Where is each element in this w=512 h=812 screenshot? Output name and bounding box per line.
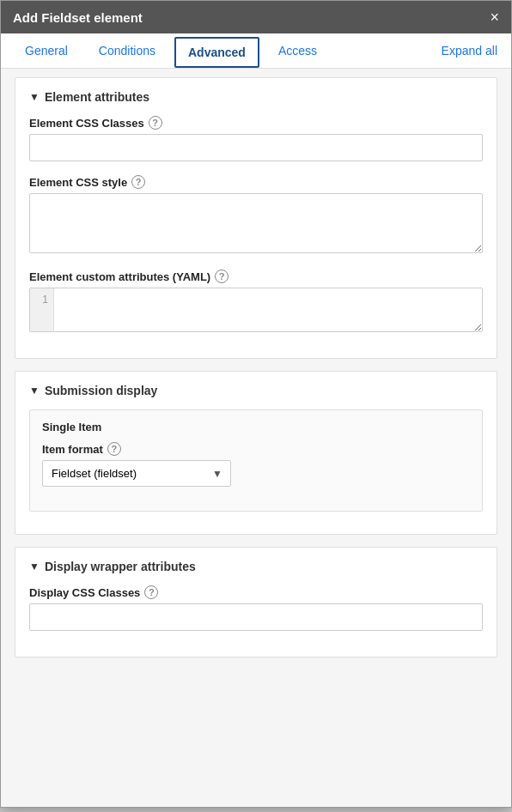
element-attributes-section: ▼ Element attributes Element CSS Classes… xyxy=(15,77,497,359)
submission-display-title: Submission display xyxy=(45,384,157,397)
tab-advanced[interactable]: Advanced xyxy=(174,37,259,68)
tabs-bar: General Conditions Advanced Access Expan… xyxy=(1,33,511,69)
close-button[interactable]: × xyxy=(490,9,499,25)
expand-all-button[interactable]: Expand all xyxy=(436,33,503,68)
submission-display-section: ▼ Submission display Single Item Item fo… xyxy=(15,371,497,535)
item-format-group: Item format ? Fieldset (fieldset) Detail… xyxy=(42,442,470,487)
yaml-line-numbers: 1 xyxy=(30,288,54,331)
display-wrapper-chevron: ▼ xyxy=(29,561,40,573)
display-wrapper-section: ▼ Display wrapper attributes Display CSS… xyxy=(15,547,497,657)
single-item-title: Single Item xyxy=(42,421,470,433)
css-style-label: Element CSS style ? xyxy=(29,175,483,189)
item-format-help-icon[interactable]: ? xyxy=(107,442,121,456)
custom-attributes-help-icon[interactable]: ? xyxy=(215,270,229,283)
element-attributes-header[interactable]: ▼ Element attributes xyxy=(29,90,483,104)
element-attributes-chevron: ▼ xyxy=(29,91,40,103)
display-css-classes-help-icon[interactable]: ? xyxy=(144,585,158,599)
modal-container: Add Fieldset element × General Condition… xyxy=(0,0,512,808)
css-style-group: Element CSS style ? xyxy=(29,175,483,256)
tab-access[interactable]: Access xyxy=(263,33,332,68)
submission-display-chevron: ▼ xyxy=(29,385,40,397)
css-style-help-icon[interactable]: ? xyxy=(131,175,145,189)
css-style-textarea[interactable] xyxy=(29,193,483,253)
css-classes-help-icon[interactable]: ? xyxy=(149,116,162,130)
item-format-select[interactable]: Fieldset (fieldset) Details Summary xyxy=(42,460,231,487)
tab-general[interactable]: General xyxy=(9,33,83,68)
yaml-wrapper: 1 xyxy=(29,288,483,332)
modal-title: Add Fieldset element xyxy=(13,10,143,25)
css-classes-group: Element CSS Classes ? xyxy=(29,116,483,161)
yaml-textarea[interactable] xyxy=(54,288,482,331)
display-css-classes-group: Display CSS Classes ? xyxy=(29,585,483,631)
display-wrapper-title: Display wrapper attributes xyxy=(45,560,196,573)
display-css-classes-input[interactable] xyxy=(29,603,483,631)
display-wrapper-header[interactable]: ▼ Display wrapper attributes xyxy=(29,560,483,573)
custom-attributes-label: Element custom attributes (YAML) ? xyxy=(29,270,483,283)
tab-conditions[interactable]: Conditions xyxy=(83,33,171,68)
item-format-label: Item format ? xyxy=(42,442,470,456)
single-item-subsection: Single Item Item format ? Fieldset (fiel… xyxy=(29,409,483,512)
item-format-select-wrapper: Fieldset (fieldset) Details Summary ▼ xyxy=(42,460,231,487)
css-classes-label: Element CSS Classes ? xyxy=(29,116,483,130)
display-css-classes-label: Display CSS Classes ? xyxy=(29,585,483,599)
modal-body: ▼ Element attributes Element CSS Classes… xyxy=(1,69,511,807)
custom-attributes-group: Element custom attributes (YAML) ? 1 xyxy=(29,270,483,332)
css-classes-input[interactable] xyxy=(29,134,483,161)
submission-display-header[interactable]: ▼ Submission display xyxy=(29,384,483,397)
modal-header: Add Fieldset element × xyxy=(1,1,511,33)
element-attributes-title: Element attributes xyxy=(45,90,149,104)
